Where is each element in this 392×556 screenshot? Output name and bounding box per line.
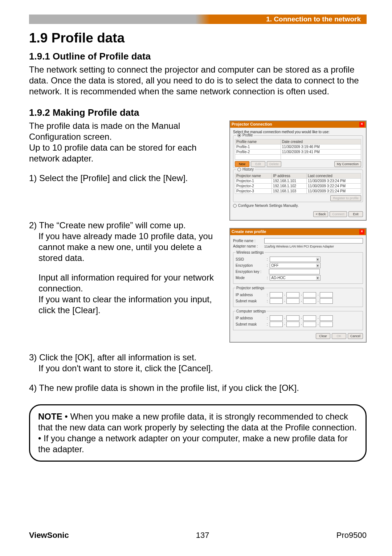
encryption-select[interactable]: OFF (270, 263, 320, 268)
table-row[interactable]: Profile-111/30/2009 3:19:46 PM (235, 144, 361, 150)
edit-button[interactable]: Edit (251, 161, 265, 167)
note-label: NOTE (38, 412, 62, 421)
cell: 192.168.1.103 (272, 189, 307, 194)
ssid-select[interactable] (270, 257, 320, 262)
projector-subnet-input[interactable]: ... (270, 298, 333, 304)
dialog-title: Projector Connection (232, 122, 272, 127)
cell: 11/30/2009 3:22:24 PM (307, 184, 361, 189)
cell: Projector-3 (235, 189, 272, 194)
table-row[interactable]: Projector-3192.168.1.10311/30/2009 3:21:… (235, 189, 361, 194)
projector-settings-legend: Projector settings (236, 286, 265, 290)
subsection-title: 1.9.2 Making Profile data (29, 107, 367, 118)
encryption-key-label: Encryption key : (236, 270, 267, 274)
step3: 3) Click the [OK], after all information… (29, 352, 367, 363)
mode-select[interactable]: AD-HOC (270, 275, 320, 281)
encryption-label: Encryption (236, 263, 267, 267)
radio-history-label: History (242, 167, 254, 171)
footer-model: Pro9500 (336, 531, 367, 540)
ip-address-label: IP address (236, 293, 267, 297)
back-button[interactable]: < Back (313, 211, 328, 217)
header-grey (29, 15, 195, 24)
encryption-key-input[interactable] (269, 269, 320, 274)
cancel-button[interactable]: Cancel (348, 333, 363, 339)
close-icon[interactable]: × (359, 229, 364, 234)
projector-connection-dialog: Projector Connection × Select the manual… (229, 120, 367, 221)
dialog-title: Create new profile (232, 229, 266, 234)
cell: Profile-1 (235, 144, 281, 150)
ip-address-label: IP address (236, 316, 267, 320)
projector-settings-group: Projector settings IP address: ... Subne… (233, 286, 363, 307)
radio-profile-label: Profile (242, 133, 253, 137)
step4: 4) The new profile data is shown in the … (29, 383, 367, 393)
cell: Projector-2 (235, 184, 272, 189)
radio-history[interactable] (237, 168, 241, 171)
page-footer: ViewSonic 137 Pro9500 (29, 531, 367, 540)
radio-profile[interactable] (237, 134, 241, 137)
adapter-name-value: 11a/b/g Wireless LAN Mini PCI Express Ad… (264, 245, 334, 248)
cell: 11/30/2009 3:21:24 PM (307, 189, 361, 194)
page-title: 1.9 Profile data (29, 30, 367, 46)
clear-button[interactable]: Clear (316, 333, 330, 339)
computer-settings-group: Computer settings IP address: ... Subnet… (233, 309, 363, 330)
dialog-titlebar: Create new profile × (230, 229, 366, 235)
close-icon[interactable]: × (359, 122, 364, 127)
section-header: 1. Connection to the network (29, 15, 367, 24)
radio-manual-label: Configure Network Settings Manually. (238, 204, 299, 208)
cell: Projector-1 (235, 179, 272, 184)
wireless-settings-group: Wireless settings SSID: Encryption: OFF … (233, 250, 363, 284)
step2-detail: Input all information required for your … (29, 272, 222, 294)
computer-ip-input[interactable]: ... (270, 315, 333, 321)
making-paragraph: The profile data is made on the Manual C… (29, 120, 222, 142)
col-projector-name: Projector name (235, 173, 272, 179)
connect-button[interactable]: Connect (330, 211, 347, 217)
history-table: Projector nameIP addressLast connected P… (235, 173, 361, 194)
footer-brand: ViewSonic (29, 531, 69, 540)
dialog-titlebar: Projector Connection × (230, 121, 366, 128)
step1: 1) Select the [Profile] and click the [N… (29, 173, 222, 184)
table-row[interactable]: Projector-1192.168.1.10111/30/2009 3:23:… (235, 179, 361, 184)
subsection-title: 1.9.1 Outline of Profile data (29, 51, 367, 62)
step2-detail: If you want to clear the information you… (29, 294, 222, 316)
radio-manual[interactable] (233, 204, 237, 208)
cell: 11/30/2009 3:19:41 PM (281, 150, 361, 155)
note-text: • If you change a network adapter on you… (38, 433, 358, 455)
outline-paragraph: The network setting to connect the proje… (29, 64, 367, 97)
step3-detail: If you don't want to store it, click the… (29, 363, 367, 374)
ok-button[interactable]: OK (332, 333, 346, 339)
profile-table: Profile nameDate created Profile-111/30/… (235, 139, 361, 160)
table-row[interactable]: Profile-211/30/2009 3:19:41 PM (235, 150, 361, 155)
note-text: • When you make a new profile data, it i… (38, 412, 357, 432)
create-new-profile-dialog: Create new profile × Profile name : Adap… (229, 228, 367, 343)
history-group: History Projector nameIP addressLast con… (233, 169, 363, 202)
col-last-connected: Last connected (307, 173, 361, 179)
my-connection-button[interactable]: My Connection (334, 161, 361, 167)
computer-subnet-input[interactable]: ... (270, 322, 333, 327)
cell: 192.168.1.101 (272, 179, 307, 184)
header-gradient (195, 15, 210, 24)
making-paragraph: Up to 10 profile data can be stored for … (29, 142, 222, 164)
cell: 11/30/2009 3:19:46 PM (281, 144, 361, 150)
table-row[interactable]: Projector-2192.168.1.10211/30/2009 3:22:… (235, 184, 361, 189)
profile-group: Profile Profile nameDate created Profile… (233, 135, 363, 168)
adapter-name-label: Adapter name : (233, 244, 264, 248)
footer-page-number: 137 (196, 531, 209, 540)
header-orange: 1. Connection to the network (210, 15, 367, 24)
profile-name-input[interactable] (264, 238, 363, 244)
table-row[interactable] (235, 155, 361, 160)
col-profile-name: Profile name (235, 139, 281, 144)
note-box: NOTE • When you make a new profile data,… (29, 404, 367, 462)
computer-settings-legend: Computer settings (236, 309, 266, 313)
subnet-mask-label: Subnet mask (236, 299, 267, 303)
register-to-profile-button[interactable]: Register to profile (330, 195, 361, 201)
wireless-settings-legend: Wireless settings (236, 250, 265, 254)
cell: 192.168.1.102 (272, 184, 307, 189)
projector-ip-input[interactable]: ... (270, 292, 333, 298)
cell: Profile-2 (235, 150, 281, 155)
new-button[interactable]: New (235, 161, 249, 167)
exit-button[interactable]: Exit (348, 211, 363, 217)
col-date: Date created (281, 139, 361, 144)
col-ip: IP address (272, 173, 307, 179)
delete-button[interactable]: Delete (267, 161, 281, 167)
cell: 11/30/2009 3:23:24 PM (307, 179, 361, 184)
profile-name-label: Profile name : (233, 239, 264, 243)
